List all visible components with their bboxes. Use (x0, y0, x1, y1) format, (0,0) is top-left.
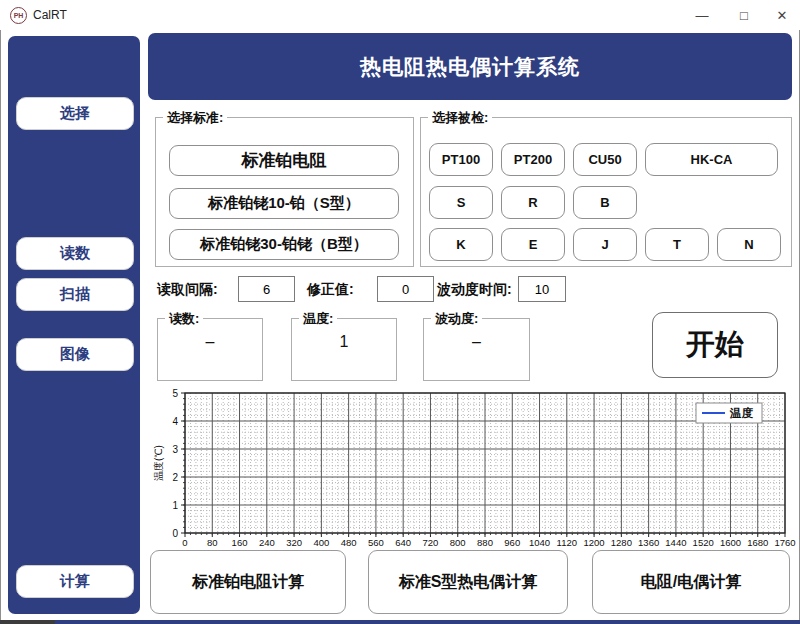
svg-text:320: 320 (286, 537, 302, 546)
dut-group: 选择被检: PT100 PT200 CU50 HK-CA S R B K E J… (420, 117, 792, 267)
app-logo-icon: PH (10, 7, 27, 24)
fluctuation-time-input[interactable] (518, 276, 566, 302)
svg-text:1360: 1360 (638, 537, 659, 546)
read-interval-input[interactable] (238, 276, 295, 302)
svg-text:1440: 1440 (665, 537, 686, 546)
svg-text:1600: 1600 (720, 537, 741, 546)
dut-cu50-button[interactable]: CU50 (573, 143, 637, 176)
standard-group: 选择标准: 标准铂电阻 标准铂铑10-铂（S型） 标准铂铑30-铂铑（B型） (155, 117, 414, 267)
dut-pt100-button[interactable]: PT100 (429, 143, 493, 176)
read-interval-label: 读取间隔: (157, 281, 218, 299)
svg-text:1200: 1200 (584, 537, 605, 546)
fluctuation-value: – (424, 333, 529, 351)
svg-text:80: 80 (207, 537, 218, 546)
svg-text:160: 160 (232, 537, 248, 546)
sidebar-item-select[interactable]: 选择 (16, 97, 134, 130)
temperature-value: 1 (292, 333, 396, 351)
reading-label: 读数: (165, 310, 203, 328)
svg-text:240: 240 (259, 537, 275, 546)
correction-input[interactable] (377, 276, 434, 302)
svg-text:4: 4 (172, 416, 178, 427)
svg-text:3: 3 (172, 444, 178, 455)
sidebar-item-scan[interactable]: 扫描 (16, 278, 134, 311)
standard-b-type-button[interactable]: 标准铂铑30-铂铑（B型） (169, 229, 399, 260)
svg-text:1680: 1680 (747, 537, 768, 546)
dut-b-button[interactable]: B (573, 186, 637, 219)
window-title: CalRT (33, 8, 67, 22)
svg-text:560: 560 (368, 537, 384, 546)
temperature-box: 温度: 1 (291, 318, 397, 381)
svg-text:720: 720 (423, 537, 439, 546)
svg-text:800: 800 (450, 537, 466, 546)
dut-s-button[interactable]: S (429, 186, 493, 219)
standard-group-label: 选择标准: (163, 109, 227, 127)
svg-text:2: 2 (172, 472, 178, 483)
dut-t-button[interactable]: T (645, 228, 709, 261)
temperature-label: 温度: (299, 310, 337, 328)
dut-group-label: 选择被检: (428, 109, 492, 127)
dut-r-button[interactable]: R (501, 186, 565, 219)
dut-n-button[interactable]: N (717, 228, 781, 261)
sidebar-item-reading[interactable]: 读数 (16, 237, 134, 270)
dut-hkca-button[interactable]: HK-CA (645, 143, 778, 176)
fluctuation-time-label: 波动度时间: (437, 281, 512, 299)
minimize-button[interactable]: — (680, 0, 724, 30)
svg-text:温度: 温度 (729, 406, 754, 419)
close-button[interactable]: ✕ (760, 0, 800, 30)
svg-text:0: 0 (172, 528, 178, 539)
svg-text:温度(℃): 温度(℃) (153, 445, 164, 481)
chart-canvas: 0801602403204004805606407208008809601040… (150, 386, 798, 546)
dut-j-button[interactable]: J (573, 228, 637, 261)
svg-text:1280: 1280 (611, 537, 632, 546)
standard-pt-resistance-button[interactable]: 标准铂电阻 (169, 145, 399, 176)
sidebar-item-calculate[interactable]: 计算 (16, 565, 134, 598)
dut-k-button[interactable]: K (429, 228, 493, 261)
svg-text:1520: 1520 (693, 537, 714, 546)
title-bar: PH CalRT — □ ✕ (0, 0, 800, 30)
svg-text:880: 880 (477, 537, 493, 546)
dut-pt200-button[interactable]: PT200 (501, 143, 565, 176)
calc-resistance-couple-button[interactable]: 电阻/电偶计算 (592, 550, 790, 614)
dut-e-button[interactable]: E (501, 228, 565, 261)
svg-text:400: 400 (313, 537, 329, 546)
standard-s-type-button[interactable]: 标准铂铑10-铂（S型） (169, 188, 399, 219)
svg-text:1120: 1120 (557, 537, 577, 546)
svg-text:1: 1 (172, 500, 178, 511)
svg-text:0: 0 (182, 537, 187, 546)
sidebar-item-image[interactable]: 图像 (16, 338, 134, 371)
bottom-strip (0, 620, 800, 624)
svg-text:1040: 1040 (529, 537, 550, 546)
reading-value: – (158, 333, 262, 351)
start-button[interactable]: 开始 (652, 312, 778, 378)
fluctuation-label: 波动度: (431, 310, 482, 328)
svg-text:640: 640 (395, 537, 411, 546)
reading-box: 读数: – (157, 318, 263, 381)
calc-pt-resistance-button[interactable]: 标准铂电阻计算 (150, 550, 346, 614)
page-title: 热电阻热电偶计算系统 (148, 33, 792, 100)
sidebar: 选择 读数 扫描 图像 计算 (8, 36, 140, 614)
svg-text:480: 480 (341, 537, 357, 546)
svg-text:960: 960 (504, 537, 520, 546)
calc-s-thermocouple-button[interactable]: 标准S型热电偶计算 (368, 550, 568, 614)
app-window: PH CalRT — □ ✕ 选择 读数 扫描 图像 计算 热电阻热电偶计算系统… (0, 0, 800, 624)
correction-label: 修正值: (307, 281, 354, 299)
temperature-chart: 0801602403204004805606407208008809601040… (150, 386, 798, 546)
fluctuation-box: 波动度: – (423, 318, 530, 381)
svg-text:5: 5 (172, 388, 178, 399)
svg-text:1760: 1760 (774, 537, 795, 546)
